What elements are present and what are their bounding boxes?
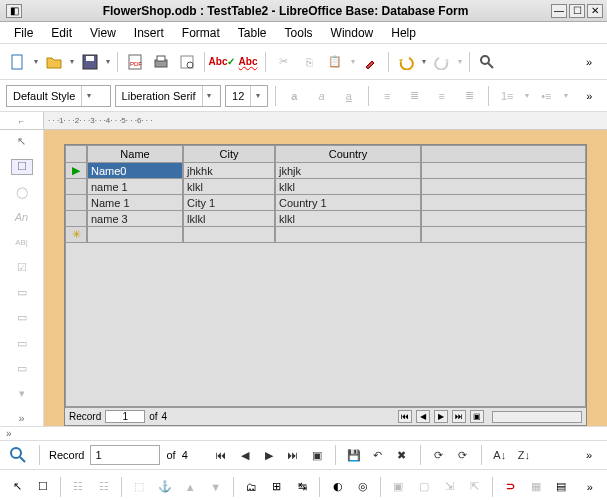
export-pdf-button[interactable]: PDF [123, 50, 147, 74]
left-toolbar-overflow-icon[interactable]: » [11, 411, 33, 426]
paragraph-style-combo[interactable]: Default Style▾ [6, 85, 111, 107]
save-dropdown[interactable]: ▾ [104, 57, 112, 66]
menu-format[interactable]: Format [174, 24, 228, 42]
guides-button[interactable]: ▤ [550, 475, 573, 499]
menu-tools[interactable]: Tools [277, 24, 321, 42]
font-name-combo[interactable]: Liberation Serif▾ [115, 85, 222, 107]
grid-cell[interactable] [275, 227, 421, 243]
toolbar-overflow-icon[interactable]: » [577, 50, 601, 74]
activation-order-button[interactable]: ↹ [291, 475, 314, 499]
paste-button[interactable]: 📋 [323, 50, 347, 74]
design-toolbar-overflow-icon[interactable]: » [579, 475, 602, 499]
data-grid[interactable]: Name City Country ▶Name0jhkhkjkhjkname 1… [65, 145, 586, 407]
horizontal-ruler[interactable]: · · ·1· · ·2· · ·3· · ·4· · ·5· · ·6· · … [44, 112, 607, 129]
bold-button[interactable]: a [283, 84, 306, 108]
undo-button[interactable] [394, 50, 418, 74]
align-right-button[interactable]: ≡ [430, 84, 453, 108]
find-button[interactable] [475, 50, 499, 74]
position-size-button[interactable]: ⬚ [128, 475, 151, 499]
grid-cell[interactable]: Country 1 [275, 195, 421, 211]
group-button[interactable]: ▣ [387, 475, 410, 499]
table-row[interactable]: ▶Name0jhkhkjkhjk [65, 163, 586, 179]
form-design-icon[interactable]: ☐ [11, 159, 33, 175]
more-tool-3-icon[interactable]: ▭ [11, 335, 33, 350]
select-tool-icon[interactable]: ↖ [11, 134, 33, 149]
text-tool-icon[interactable]: An [11, 210, 33, 225]
grid-cell[interactable]: jkhjk [275, 163, 421, 179]
redo-button[interactable] [430, 50, 454, 74]
row-marker[interactable]: ▶ [65, 163, 87, 179]
grid-cell[interactable]: name 1 [87, 179, 183, 195]
align-justify-button[interactable]: ≣ [457, 84, 480, 108]
col-header-name[interactable]: Name [87, 145, 183, 163]
send-back-button[interactable]: ▼ [204, 475, 227, 499]
print-preview-button[interactable] [175, 50, 199, 74]
find-record-button[interactable] [6, 443, 30, 467]
paste-dropdown[interactable]: ▾ [349, 57, 357, 66]
undo-dropdown[interactable]: ▾ [420, 57, 428, 66]
window-menu-icon[interactable]: ◧ [6, 4, 22, 18]
table-row[interactable]: name 3lklklklkl [65, 211, 586, 227]
grid-cell[interactable]: jhkhk [183, 163, 275, 179]
grid-cell[interactable]: name 3 [87, 211, 183, 227]
document-canvas[interactable]: Name City Country ▶Name0jhkhkjkhjkname 1… [44, 130, 607, 426]
enter-group-button[interactable]: ⇲ [438, 475, 461, 499]
align-left-button[interactable]: ≡ [376, 84, 399, 108]
menu-file[interactable]: File [6, 24, 41, 42]
refresh-control-button[interactable]: ⟳ [454, 446, 472, 464]
open-button[interactable] [42, 50, 66, 74]
auto-spellcheck-button[interactable]: Abc [236, 50, 260, 74]
anchor-button[interactable]: ⚓ [153, 475, 176, 499]
control-tool-icon[interactable]: ◯ [11, 185, 33, 200]
menu-view[interactable]: View [82, 24, 124, 42]
new-button[interactable] [6, 50, 30, 74]
outer-record-value-field[interactable]: 1 [90, 445, 160, 465]
minimize-button[interactable]: — [551, 4, 567, 18]
open-design-button[interactable]: ◐ [326, 475, 349, 499]
inner-record-value[interactable] [105, 410, 145, 423]
more-tool-1-icon[interactable]: ▭ [11, 285, 33, 300]
cut-button[interactable]: ✂ [271, 50, 295, 74]
form-props-button[interactable]: ☷ [92, 475, 115, 499]
new-dropdown[interactable]: ▾ [32, 57, 40, 66]
control-props-button[interactable]: ☷ [67, 475, 90, 499]
save-record-button[interactable]: 💾 [345, 446, 363, 464]
grid-cell[interactable]: lklkl [183, 211, 275, 227]
row-marker[interactable] [65, 211, 87, 227]
bullet-list-dropdown[interactable]: ▾ [562, 91, 570, 100]
align-button[interactable]: ▦ [525, 475, 548, 499]
last-record-button[interactable]: ⏭ [284, 446, 302, 464]
more-tool-4-icon[interactable]: ▭ [11, 361, 33, 376]
table-row[interactable]: name 1klklklkl [65, 179, 586, 195]
inner-next-button[interactable]: ▶ [434, 410, 448, 423]
auto-focus-button[interactable]: ◎ [352, 475, 375, 499]
numbered-list-button[interactable]: 1≡ [496, 84, 519, 108]
font-size-combo[interactable]: 12▾ [225, 85, 268, 107]
sort-desc-button[interactable]: Z↓ [515, 446, 533, 464]
italic-button[interactable]: a [310, 84, 333, 108]
menu-insert[interactable]: Insert [126, 24, 172, 42]
table-row[interactable]: ✳ [65, 227, 586, 243]
grid-cell[interactable]: klkl [275, 211, 421, 227]
more-tool-5-icon[interactable]: ▾ [11, 386, 33, 401]
form-navigator-button[interactable]: 🗂 [240, 475, 263, 499]
nav-toolbar-overflow-icon[interactable]: » [577, 443, 601, 467]
ungroup-button[interactable]: ▢ [413, 475, 436, 499]
col-header-country[interactable]: Country [275, 145, 421, 163]
refresh-button[interactable]: ⟳ [430, 446, 448, 464]
format-toolbar-overflow-icon[interactable]: » [578, 84, 601, 108]
inner-new-button[interactable]: ▣ [470, 410, 484, 423]
menu-table[interactable]: Table [230, 24, 275, 42]
align-center-button[interactable]: ≣ [403, 84, 426, 108]
pointer-tool-icon[interactable]: ↖ [6, 475, 29, 499]
print-button[interactable] [149, 50, 173, 74]
undo-record-button[interactable]: ↶ [369, 446, 387, 464]
grid-empty-area[interactable] [65, 243, 586, 407]
format-paintbrush-button[interactable] [359, 50, 383, 74]
grid-corner[interactable] [65, 145, 87, 163]
grid-cell[interactable]: klkl [183, 179, 275, 195]
inner-first-button[interactable]: ⏮ [398, 410, 412, 423]
row-marker[interactable]: ✳ [65, 227, 87, 243]
snap-button[interactable]: ⊃ [499, 475, 522, 499]
new-record-button[interactable]: ▣ [308, 446, 326, 464]
